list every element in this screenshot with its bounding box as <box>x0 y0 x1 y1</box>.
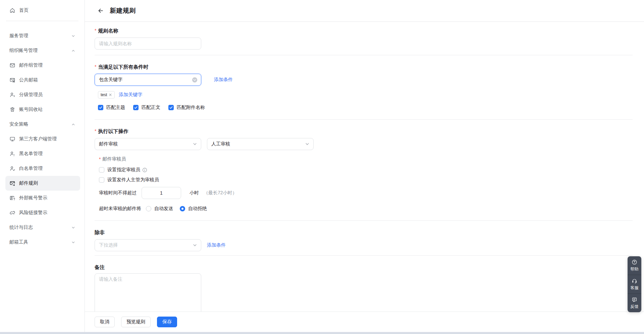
label-text: 规则名称 <box>98 27 118 34</box>
cancel-button[interactable]: 取消 <box>95 317 115 327</box>
sidebar-item-external-account-alert[interactable]: 外部账号警示 <box>0 191 85 205</box>
section-conditions: * 当满足以下所有条件时 包含关键字 添加条件 test 添加关键字 <box>95 55 633 120</box>
auto-reject-radio[interactable]: 自动拒绝 <box>180 206 207 212</box>
customer-service-label: 客服 <box>631 285 639 291</box>
add-condition-link[interactable]: 添加条件 <box>214 77 233 83</box>
sidebar-item-label: 风险链接警示 <box>19 210 75 216</box>
mail-rule-icon <box>9 180 15 186</box>
rule-form: * 规则名称 * 当满足以下所有条件时 包含关键字 添加条件 <box>85 22 644 334</box>
reviewer-settings: * 邮件审核员 设置指定审核员 设置发件人主管为审核员 审核时间不得超过 <box>95 156 633 212</box>
sidebar-group-org-account-management[interactable]: 组织账号管理 <box>0 43 85 58</box>
info-icon[interactable] <box>142 168 147 173</box>
sender-manager-reviewer-checkbox[interactable]: 设置发件人主管为审核员 <box>99 177 633 183</box>
sidebar-item-label: 首页 <box>19 7 75 13</box>
checkbox-label: 匹配主题 <box>106 105 125 111</box>
sidebar-group-label: 统计与日志 <box>9 224 71 230</box>
sidebar-item-home[interactable]: 首页 <box>0 3 85 18</box>
checkbox-unchecked-icon[interactable] <box>99 177 104 183</box>
timeout-prefix: 超时未审核的邮件将 <box>99 206 141 212</box>
sidebar-item-third-party-client[interactable]: 第三方客户端管理 <box>0 132 85 146</box>
chevron-down-icon <box>71 34 75 38</box>
checkbox-checked-icon[interactable] <box>133 105 139 110</box>
radio-label: 自动拒绝 <box>188 206 207 212</box>
grade-admin-icon <box>9 92 15 98</box>
chevron-down-icon <box>192 243 198 248</box>
auto-send-radio[interactable]: 自动发送 <box>146 206 173 212</box>
blacklist-icon <box>9 151 15 157</box>
sidebar-group-security-policy[interactable]: 安全策略 <box>0 117 85 132</box>
sidebar-item-whitelist[interactable]: 白名单管理 <box>0 161 85 176</box>
sidebar-item-mail-group[interactable]: 邮件组管理 <box>0 58 85 73</box>
sidebar-group-mailbox-tools[interactable]: 邮箱工具 <box>0 235 85 250</box>
match-subject-checkbox[interactable]: 匹配主题 <box>98 105 125 111</box>
time-limit-hint: （最长72小时） <box>204 190 237 196</box>
public-mailbox-icon <box>9 77 15 83</box>
condition-type-select[interactable]: 包含关键字 <box>95 74 201 86</box>
checkbox-unchecked-icon[interactable] <box>99 167 104 173</box>
customer-service-button[interactable]: 客服 <box>628 275 641 293</box>
required-asterisk: * <box>99 156 101 162</box>
third-party-client-icon <box>9 136 15 142</box>
review-mode-select[interactable]: 人工审核 <box>207 138 314 150</box>
help-button[interactable]: 帮助 <box>628 256 641 275</box>
assign-reviewer-checkbox[interactable]: 设置指定审核员 <box>99 167 633 173</box>
sidebar-item-blacklist[interactable]: 黑名单管理 <box>0 146 85 161</box>
action-type-select[interactable]: 邮件审核 <box>95 138 201 150</box>
sidebar-item-public-mailbox[interactable]: 公共邮箱 <box>0 73 85 87</box>
except-condition-select[interactable]: 下拉选择 <box>95 239 201 251</box>
checkbox-label: 设置指定审核员 <box>107 167 140 173</box>
rule-name-input[interactable] <box>95 38 201 50</box>
sidebar-item-mail-rules[interactable]: 邮件规则 <box>5 176 80 191</box>
sidebar-item-recycle-bin[interactable]: 账号回收站 <box>0 102 85 117</box>
sidebar-item-risk-link-alert[interactable]: 风险链接警示 <box>0 205 85 220</box>
select-value: 人工审核 <box>211 141 305 147</box>
checkbox-checked-icon[interactable] <box>98 105 103 110</box>
select-placeholder: 下拉选择 <box>99 242 192 248</box>
label-text: 邮件审核员 <box>102 156 126 162</box>
chevron-up-icon <box>71 123 75 126</box>
customer-service-icon <box>632 278 637 284</box>
mail-group-icon <box>9 62 15 68</box>
section-rule-name: * 规则名称 <box>95 22 633 55</box>
sidebar-item-label: 白名单管理 <box>19 165 75 172</box>
add-except-condition-link[interactable]: 添加条件 <box>207 242 226 248</box>
except-row: 下拉选择 添加条件 <box>95 239 633 251</box>
required-asterisk: * <box>95 27 96 34</box>
page-title: 新建规则 <box>110 6 136 15</box>
sidebar-group-label: 组织账号管理 <box>9 48 71 54</box>
condition-row: 包含关键字 添加条件 <box>95 74 633 86</box>
back-button[interactable] <box>97 7 104 14</box>
match-body-checkbox[interactable]: 匹配正文 <box>133 105 160 111</box>
remove-keyword-icon[interactable] <box>109 93 112 96</box>
review-hours-input[interactable] <box>142 187 181 199</box>
risk-link-alert-icon <box>9 210 15 216</box>
save-button[interactable]: 保存 <box>157 317 177 327</box>
except-label: 除非 <box>95 229 633 236</box>
preview-rule-button[interactable]: 预览规则 <box>121 317 151 327</box>
checkbox-checked-icon[interactable] <box>168 105 174 110</box>
sidebar-item-label: 邮件规则 <box>19 180 75 186</box>
sidebar-group-stats-logs[interactable]: 统计与日志 <box>0 220 85 235</box>
timeout-row: 超时未审核的邮件将 自动发送 自动拒绝 <box>99 206 633 212</box>
radio-checked-icon[interactable] <box>180 206 185 211</box>
match-options-row: 匹配主题 匹配正文 匹配附件名称 <box>95 105 633 111</box>
sidebar-group-service-management[interactable]: 服务管理 <box>0 28 85 43</box>
section-except: 除非 下拉选择 添加条件 <box>95 221 633 256</box>
rule-name-label: * 规则名称 <box>95 27 633 34</box>
match-attachment-name-checkbox[interactable]: 匹配附件名称 <box>168 105 205 111</box>
external-account-alert-icon <box>9 195 15 201</box>
add-keyword-link[interactable]: 添加关键字 <box>119 92 142 98</box>
checkbox-label: 匹配附件名称 <box>177 105 205 111</box>
label-text: 执行以下操作 <box>98 128 128 135</box>
keyword-row: test 添加关键字 <box>95 91 633 98</box>
help-icon <box>632 259 637 265</box>
radio-unchecked-icon[interactable] <box>146 206 151 211</box>
select-value: 邮件审核 <box>99 141 192 147</box>
recycle-bin-icon <box>9 107 15 113</box>
page-header: 新建规则 <box>85 0 644 22</box>
feedback-button[interactable]: 反馈 <box>628 293 641 312</box>
horizontal-scrollbar[interactable] <box>0 332 644 334</box>
feedback-label: 反馈 <box>631 304 639 310</box>
sidebar-item-grade-admin[interactable]: 分级管理员 <box>0 87 85 102</box>
actions-label: * 执行以下操作 <box>95 128 633 135</box>
